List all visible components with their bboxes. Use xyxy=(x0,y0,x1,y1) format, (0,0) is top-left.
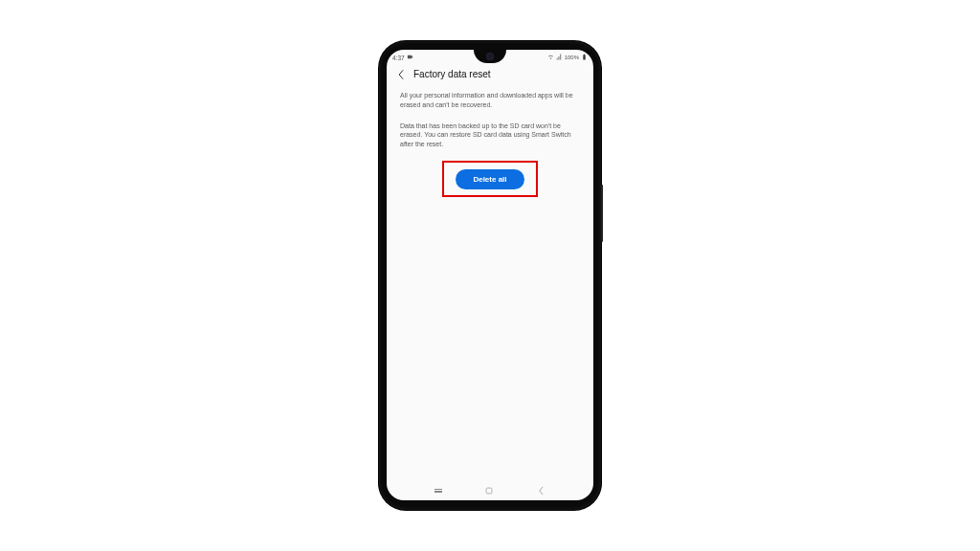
tutorial-highlight-box: Delete all xyxy=(442,161,537,197)
button-container: Delete all xyxy=(400,161,580,197)
svg-rect-0 xyxy=(486,488,492,494)
warning-paragraph-1: All your personal information and downlo… xyxy=(400,91,580,110)
back-button[interactable] xyxy=(396,70,406,79)
recents-button[interactable] xyxy=(434,489,442,493)
wifi-icon xyxy=(547,54,554,61)
battery-icon xyxy=(581,54,588,61)
delete-all-button[interactable]: Delete all xyxy=(456,169,523,189)
content-body: All your personal information and downlo… xyxy=(387,85,593,203)
header: Factory data reset xyxy=(387,65,593,85)
battery-text: 100% xyxy=(565,55,579,60)
video-icon xyxy=(407,54,413,61)
navigation-bar xyxy=(387,481,593,500)
warning-paragraph-2: Data that has been backed up to the SD c… xyxy=(400,121,580,149)
nav-back-button[interactable] xyxy=(536,482,546,499)
home-button[interactable] xyxy=(484,482,494,499)
screen: 4:37 100% Facto xyxy=(387,50,593,500)
signal-icon xyxy=(556,54,563,61)
phone-frame: 4:37 100% Facto xyxy=(379,41,601,510)
status-time: 4:37 xyxy=(392,55,405,61)
page-title: Factory data reset xyxy=(413,69,491,79)
